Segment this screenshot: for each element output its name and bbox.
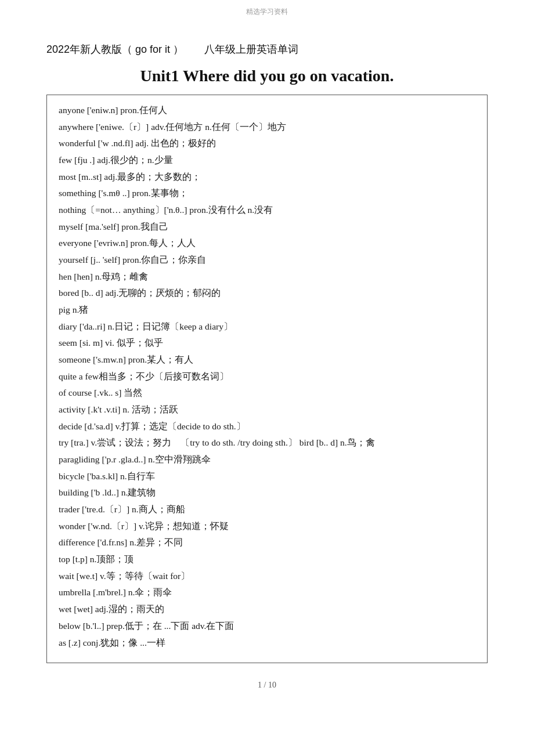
vocab-item: something ['s.mθ ..] pron.某事物； bbox=[59, 185, 475, 202]
vocab-item: yourself [j.. 'self] pron.你自己；你亲自 bbox=[59, 252, 475, 269]
vocab-item: everyone ['evriw.n] pron.每人；人人 bbox=[59, 235, 475, 252]
vocab-item: hen [hen] n.母鸡；雌禽 bbox=[59, 269, 475, 285]
vocab-item: wonder ['w.nd.〔r〕] v.诧异；想知道；怀疑 bbox=[59, 518, 475, 535]
unit-title: Unit1 Where did you go on vacation. bbox=[46, 67, 488, 85]
vocab-item: wet [wet] adj.湿的；雨天的 bbox=[59, 601, 475, 618]
vocab-item: anyone ['eniw.n] pron.任何人 bbox=[59, 102, 475, 119]
vocab-item: myself [ma.'self] pron.我自己 bbox=[59, 219, 475, 236]
vocab-item: most [m..st] adj.最多的；大多数的； bbox=[59, 169, 475, 186]
header-title: 2022年新人教版（ go for it ） 八年级上册英语单词 bbox=[46, 42, 488, 56]
vocab-item: of course [.vk.. s] 当然 bbox=[59, 385, 475, 401]
vocab-item: pig n.猪 bbox=[59, 302, 475, 319]
vocab-item: diary ['da..ri] n.日记；日记簿〔keep a diary〕 bbox=[59, 319, 475, 335]
vocab-item: bored [b.. d] adj.无聊的；厌烦的；郁闷的 bbox=[59, 285, 475, 302]
vocab-item: umbrella [.m'brel.] n.伞；雨伞 bbox=[59, 584, 475, 601]
vocab-item: quite a few相当多；不少〔后接可数名词〕 bbox=[59, 368, 475, 385]
vocab-list: anyone ['eniw.n] pron.任何人anywhere ['eniw… bbox=[59, 102, 475, 651]
page-number: 1 / 10 bbox=[46, 681, 488, 690]
vocab-item: nothing〔=not… anything〕['n.θ..] pron.没有什… bbox=[59, 202, 475, 219]
vocab-item: wonderful ['w .nd.fl] adj. 出色的；极好的 bbox=[59, 135, 475, 152]
vocab-item: seem [si. m] vi. 似乎；似乎 bbox=[59, 335, 475, 352]
vocab-item: bicycle ['ba.s.kl] n.自行车 bbox=[59, 468, 475, 485]
vocab-item: few [fju .] adj.很少的；n.少量 bbox=[59, 152, 475, 169]
vocab-item: as [.z] conj.犹如；像 ...一样 bbox=[59, 635, 475, 652]
vocab-item: top [t.p] n.顶部；顶 bbox=[59, 551, 475, 568]
vocab-item: paragliding ['p.r .gla.d..] n.空中滑翔跳伞 bbox=[59, 451, 475, 468]
vocab-container: anyone ['eniw.n] pron.任何人anywhere ['eniw… bbox=[46, 95, 488, 663]
vocab-item: activity [.k't .v.ti] n. 活动；活跃 bbox=[59, 401, 475, 418]
vocab-item: someone ['s.mw.n] pron.某人；有人 bbox=[59, 352, 475, 368]
vocab-item: building ['b .ld..] n.建筑物 bbox=[59, 484, 475, 501]
vocab-item: decide [d.'sa.d] v.打算；选定〔decide to do st… bbox=[59, 418, 475, 435]
vocab-item: anywhere ['eniwe.〔r〕] adv.任何地方 n.任何〔一个〕地… bbox=[59, 119, 475, 136]
vocab-item: try [tra.] v.尝试；设法；努力 〔try to do sth. /t… bbox=[59, 435, 475, 451]
vocab-item: difference ['d.fr.ns] n.差异；不同 bbox=[59, 534, 475, 551]
watermark: 精选学习资料 bbox=[0, 0, 534, 19]
vocab-item: below [b.'l..] prep.低于；在 ...下面 adv.在下面 bbox=[59, 618, 475, 635]
vocab-item: trader ['tre.d.〔r〕] n.商人；商船 bbox=[59, 501, 475, 518]
vocab-item: wait [we.t] v.等；等待〔wait for〕 bbox=[59, 568, 475, 585]
